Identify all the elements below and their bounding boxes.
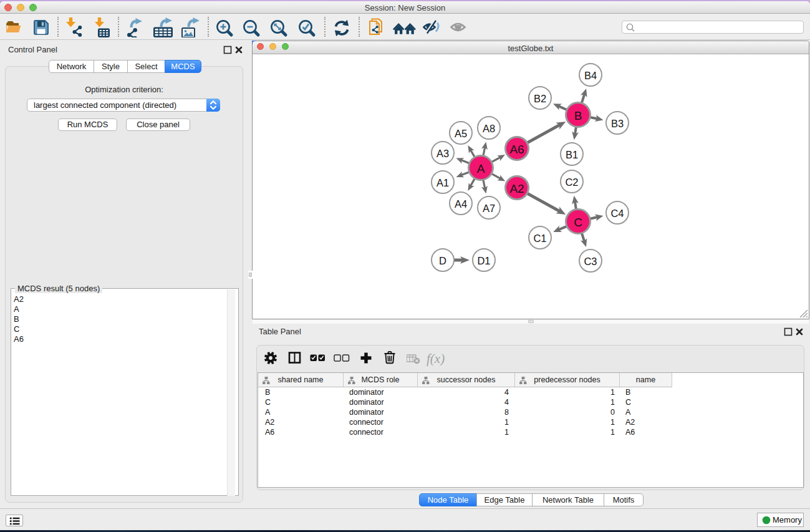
svg-text:A1: A1: [436, 177, 449, 188]
svg-text:A8: A8: [483, 123, 495, 134]
svg-text:A6: A6: [509, 143, 524, 156]
svg-text:C1: C1: [533, 233, 546, 244]
svg-text:A: A: [477, 162, 485, 175]
svg-text:B3: B3: [611, 118, 624, 129]
svg-text:A7: A7: [483, 203, 495, 214]
svg-text:D: D: [439, 255, 446, 266]
svg-text:C4: C4: [610, 208, 624, 219]
svg-text:A3: A3: [436, 148, 449, 159]
svg-text:D1: D1: [477, 255, 490, 266]
svg-text:A2: A2: [509, 182, 524, 195]
svg-text:B2: B2: [534, 93, 546, 104]
svg-text:B: B: [574, 109, 582, 122]
svg-text:C: C: [574, 216, 582, 229]
svg-text:C3: C3: [584, 256, 597, 267]
svg-text:A5: A5: [455, 128, 467, 139]
svg-text:A4: A4: [455, 198, 467, 210]
svg-text:C2: C2: [565, 177, 578, 188]
svg-text:B1: B1: [566, 149, 578, 160]
svg-text:B4: B4: [584, 70, 597, 81]
